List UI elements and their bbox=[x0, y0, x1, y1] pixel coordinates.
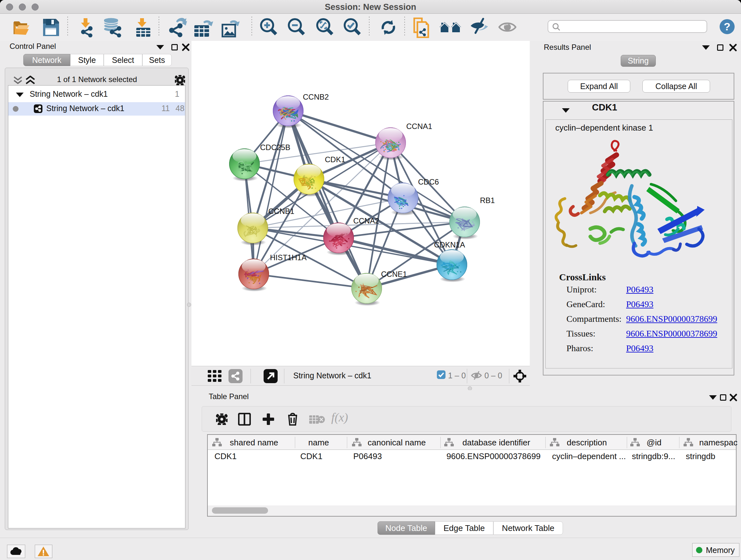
svg-text:HIST1H1A: HIST1H1A bbox=[270, 253, 307, 262]
svg-text:CCNB2: CCNB2 bbox=[303, 92, 329, 101]
svg-text:CDK1: CDK1 bbox=[325, 155, 345, 164]
svg-text:CDKN1A: CDKN1A bbox=[434, 240, 465, 249]
svg-text:CCNA1: CCNA1 bbox=[406, 122, 432, 131]
svg-text:CDC25B: CDC25B bbox=[260, 143, 290, 152]
svg-text:CCNA2: CCNA2 bbox=[353, 216, 379, 225]
svg-text:CDC6: CDC6 bbox=[418, 178, 439, 186]
svg-text:CCNE1: CCNE1 bbox=[381, 270, 407, 278]
svg-text:CCNB1: CCNB1 bbox=[268, 207, 294, 215]
svg-text:RB1: RB1 bbox=[480, 196, 495, 205]
